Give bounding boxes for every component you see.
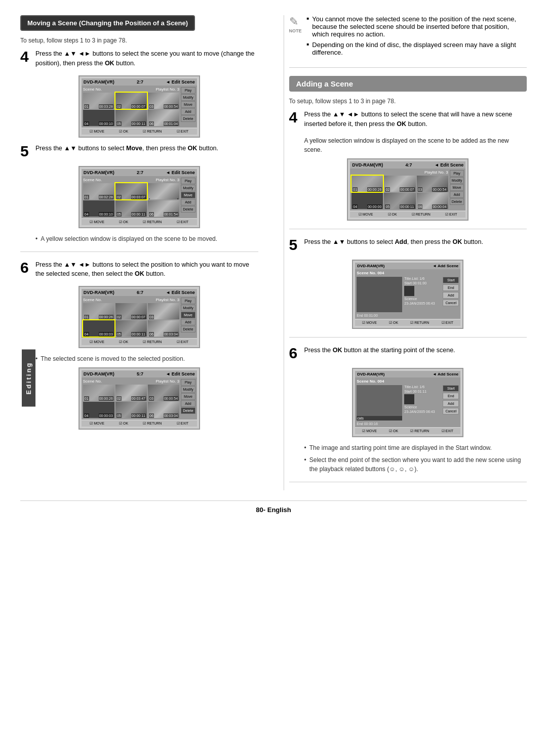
right-setup-text: To setup, follow steps 1 to 3 in page 78… — [289, 98, 527, 105]
left-step4-text: Press the ▲▼ ◄► buttons to select the sc… — [35, 49, 258, 68]
dvd-btn-modify-2: Modify — [181, 185, 196, 191]
dvd-thumb-2-5: 0500:00:11 — [115, 200, 147, 217]
dvd-thumb-1-1: 0100:03:28 — [83, 93, 114, 109]
dvd-btn-delete-1: Delete — [181, 115, 196, 122]
dvd-add-btn-cancel-3: Cancel — [443, 408, 459, 414]
dvd-counter-2: 2:7 — [137, 170, 143, 175]
dvd-thumb-3-4: 0400:00:03 — [83, 320, 114, 337]
right-step4-number: 4 — [289, 110, 300, 125]
dvd-footer-r2: ☑ MOVE☑ OK☑ RETURN☑ EXIT — [355, 320, 460, 326]
right-step6-number: 6 — [289, 346, 300, 361]
dvd-add-btn-add-2: Add — [443, 292, 459, 299]
dvd-title-left-1: DVD-RAM(VR) — [84, 79, 114, 85]
note-block: ✎ NOTE You cannot move the selected scen… — [289, 15, 527, 68]
dvd-thumb-2-3 — [148, 183, 179, 199]
dvd-screen-right-1: DVD-RAM(VR) 4:7 ◄ Edit Scene Playlist No… — [347, 158, 468, 221]
dvd-screen-left-2: DVD-RAM(VR) 2:7 ◄ Edit Scene Scene No. P… — [79, 166, 200, 228]
dvd-add-btn-end-3: End — [443, 393, 459, 399]
note-item-2: Depending on the kind of disc, the displ… — [307, 41, 527, 56]
left-step6-number: 6 — [20, 260, 31, 275]
dvd-add-btn-start-3: Start — [443, 385, 459, 392]
page-number: 80- English — [20, 500, 527, 514]
dvd-thumb-3-1: 0100:00:26 — [83, 303, 114, 319]
left-step4-number: 4 — [20, 49, 31, 64]
dvd-sidebar-1: Play Modify Move Add Delete — [181, 87, 196, 126]
dvd-btn-modify-1: Modify — [181, 94, 196, 101]
dvd-add-btn-add-3: Add — [443, 400, 459, 407]
right-step5-text: Press the ▲▼ buttons to select Add, then… — [304, 237, 483, 247]
dvd-thumb-1-6: 0600:01:04 — [148, 110, 179, 126]
divider-right-1 — [289, 229, 527, 229]
dvd-screen-right-3: DVD-RAM(VR) ◄ Add Scene Scene No. 004 ca… — [352, 368, 463, 437]
dvd-thumb-2-2: 0200:03:07 — [115, 183, 147, 199]
right-step5-number: 5 — [289, 237, 300, 253]
dvd-sidebar-3: Play Modify Move Add Delete — [181, 298, 196, 337]
left-section: Moving a Scene (Changing the Position of… — [20, 15, 263, 490]
divider-left-1 — [20, 251, 258, 252]
dvd-thumb-1-3: 0300:00:54 — [148, 93, 179, 109]
dvd-btn-play-1: Play — [181, 87, 196, 94]
dvd-add-btn-start-2: Start — [443, 277, 459, 283]
right-step4-text: Press the ▲▼ ◄► buttons to select the sc… — [304, 110, 527, 129]
dvd-title-right-2: ◄ Edit Scene — [166, 170, 194, 175]
left-step6-text: Press the ▲▼ ◄► buttons to select the po… — [35, 260, 258, 279]
dvd-btn-play-2: Play — [181, 178, 196, 184]
left-bullet1: A yellow selection window is displayed o… — [35, 234, 258, 243]
dvd-scene-label-2: Scene No. — [83, 178, 102, 182]
dvd-add-large-thumb-2 — [357, 277, 402, 312]
left-step5: 5 Press the ▲▼ buttons to select Move, t… — [20, 144, 258, 159]
right-step6: 6 Press the OK button at the starting po… — [289, 346, 527, 361]
dvd-footer-r3: ☑ MOVE☑ OK☑ RETURN☑ EXIT — [355, 428, 460, 434]
dvd-screen-right-2: DVD-RAM(VR) ◄ Add Scene Scene No. 004 Ti… — [352, 260, 463, 329]
dvd-btn-add-2: Add — [181, 199, 196, 205]
dvd-footer-4: ☑ MOVE☑ OK☑ RETURN☑ EXIT — [82, 421, 197, 427]
dvd-playlist-2: Playlist No. 3 — [155, 178, 179, 182]
dvd-footer-ok-1: ☑ OK — [119, 130, 128, 134]
dvd-thumb-1-4: 0400:00:10 — [83, 110, 114, 126]
dvd-thumb-1-5: 0500:00:11 — [115, 110, 147, 126]
dvd-add-large-thumb-3: cats — [357, 385, 402, 421]
dvd-sidebar-4: Play Modify Move Add Delete — [181, 379, 196, 418]
right-section: ✎ NOTE You cannot move the selected scen… — [284, 15, 527, 490]
right-bullet1: The image and starting point time are di… — [304, 443, 527, 452]
dvd-footer-2: ☑ MOVE☑ OK☑ RETURN☑ EXIT — [82, 219, 197, 225]
right-bullet2: Select the end point of the section wher… — [304, 455, 527, 474]
left-setup-text: To setup, follow steps 1 to 3 in page 78… — [20, 37, 258, 44]
dvd-add-btn-cancel-2: Cancel — [443, 300, 459, 306]
left-bullet2: The selected scene is moved to the selec… — [35, 354, 258, 363]
dvd-screen-left-4: DVD-RAM(VR) 5:7 ◄ Edit Scene Scene No. P… — [79, 367, 200, 430]
dvd-thumb-2-6: 0600:01:54 — [148, 200, 179, 217]
dvd-thumb-2-4: 0400:00:10 — [83, 200, 114, 217]
dvd-scene-label-1: Scene No. — [83, 87, 102, 92]
dvd-title-right-1: ◄ Edit Scene — [166, 79, 194, 85]
dvd-btn-move-1: Move — [181, 101, 196, 108]
dvd-thumb-2-1: 0100:02:28 — [83, 183, 114, 199]
dvd-thumb-3-2: 0200:00:07 — [115, 303, 147, 319]
dvd-footer-3: ☑ MOVE☑ OK☑ RETURN☑ EXIT — [82, 339, 197, 345]
dvd-add-btn-end-2: End — [443, 284, 459, 291]
right-step4: 4 Press the ▲▼ ◄► buttons to select the … — [289, 110, 527, 129]
dvd-footer-move-1: ☑ MOVE — [90, 130, 104, 134]
left-step5-number: 5 — [20, 144, 31, 159]
dvd-btn-add-1: Add — [181, 108, 196, 115]
dvd-counter-1: 2:7 — [137, 79, 143, 85]
right-step5: 5 Press the ▲▼ buttons to select Add, th… — [289, 237, 527, 253]
dvd-btn-delete-2: Delete — [181, 206, 196, 213]
dvd-btn-move-2: Move — [181, 192, 196, 198]
dvd-thumb-3-6: 0600:03:04 — [148, 320, 179, 337]
divider-right-2 — [289, 337, 527, 338]
dvd-screen-left-1: DVD-RAM(VR) 2:7 ◄ Edit Scene Scene No. P… — [79, 75, 200, 138]
left-step4: 4 Press the ▲▼ ◄► buttons to select the … — [20, 49, 258, 68]
dvd-add-btns-2: Start End Add Cancel — [443, 277, 459, 312]
dvd-footer-r1: ☑ MOVE☑ OK☑ RETURN☑ EXIT — [350, 212, 465, 218]
right-step4-sub: A yellow selection window is displayed o… — [304, 136, 527, 154]
dvd-footer-return-1: ☑ RETURN — [143, 130, 162, 134]
left-section-header: Moving a Scene (Changing the Position of… — [20, 15, 195, 31]
dvd-title-left-2: DVD-RAM(VR) — [84, 170, 114, 175]
left-step5-text: Press the ▲▼ buttons to select Move, the… — [35, 144, 218, 153]
note-item-1: You cannot move the selected scene to th… — [307, 15, 527, 38]
right-step6-text: Press the OK button at the starting poin… — [304, 346, 455, 355]
dvd-sidebar-r1: Play Modify Move Add Delete — [450, 170, 464, 209]
dvd-add-btns-3: Start End Add Cancel — [443, 385, 459, 421]
dvd-footer-exit-1: ☑ EXIT — [177, 130, 189, 134]
